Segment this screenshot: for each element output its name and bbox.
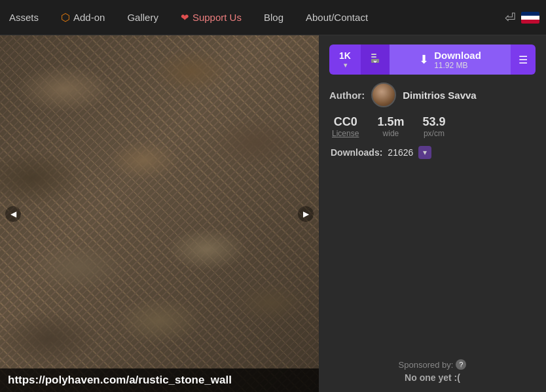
nav-assets-label: Assets — [9, 12, 39, 23]
download-main-button[interactable]: ⬇ Download 11.92 MB — [390, 45, 511, 75]
stat-width-value: 1.5m — [377, 115, 404, 129]
stat-density-value: 53.9 — [422, 115, 445, 129]
downloads-count: 21626 — [388, 147, 413, 158]
url-bar: https://polyhaven.com/a/rustic_stone_wal… — [0, 368, 319, 392]
author-avatar — [371, 82, 396, 107]
author-name: Dimitrios Savva — [403, 90, 477, 101]
nav-addon-label: Add-on — [73, 12, 105, 23]
sponsored-section: Sponsored by: ? No one yet :( — [329, 359, 536, 383]
downloads-chart-button[interactable]: ▾ — [418, 146, 431, 159]
download-arrow-icon: ⬇ — [419, 52, 429, 67]
no-sponsor-text: No one yet :( — [405, 372, 460, 383]
main-content: ◀ ▶ https://polyhaven.com/a/rustic_stone… — [0, 35, 546, 392]
url-text: https://polyhaven.com/a/rustic_stone_wal… — [8, 374, 232, 387]
stat-width-label: wide — [383, 129, 399, 138]
sponsored-by-label: Sponsored by: ? — [399, 359, 467, 370]
login-icon[interactable]: ⏎ — [505, 10, 516, 26]
nav-addon[interactable]: ⬡ Add-on — [52, 7, 114, 27]
nav-assets[interactable]: Assets — [0, 8, 48, 27]
zip-icon — [369, 52, 382, 68]
navigation: Assets ⬡ Add-on Gallery ❤ Support Us Blo… — [0, 0, 546, 35]
download-menu-button[interactable]: ☰ — [511, 45, 536, 75]
language-flag[interactable] — [521, 12, 539, 24]
svg-rect-0 — [371, 54, 376, 55]
stone-texture-image — [0, 35, 319, 392]
download-text-group: Download 11.92 MB — [434, 50, 481, 70]
sponsored-by-text: Sponsored by: — [399, 360, 454, 370]
downloads-label: Downloads: — [331, 147, 382, 158]
nav-blog[interactable]: Blog — [255, 8, 293, 27]
nav-about[interactable]: About/Contact — [297, 8, 377, 27]
author-label: Author: — [329, 90, 365, 101]
nav-support[interactable]: ❤ Support Us — [172, 8, 251, 27]
stat-width: 1.5m wide — [377, 115, 404, 138]
chevron-down-icon: ▾ — [344, 62, 347, 69]
heart-icon: ❤ — [181, 12, 189, 24]
resolution-label: 1K — [339, 50, 351, 61]
stat-license-label[interactable]: License — [332, 129, 359, 138]
next-image-button[interactable]: ▶ — [298, 206, 314, 222]
stat-density-label: px/cm — [424, 129, 445, 138]
zip-button[interactable] — [361, 45, 390, 75]
stat-license-value: CC0 — [334, 115, 357, 129]
nav-blog-label: Blog — [264, 12, 283, 23]
nav-gallery-label: Gallery — [127, 12, 158, 23]
nav-gallery[interactable]: Gallery — [118, 8, 168, 27]
blender-icon: ⬡ — [61, 11, 70, 24]
author-row: Author: Dimitrios Savva — [329, 82, 536, 107]
download-label: Download — [434, 50, 481, 61]
hamburger-icon: ☰ — [519, 54, 528, 66]
resolution-button[interactable]: 1K ▾ — [329, 45, 361, 75]
prev-image-button[interactable]: ◀ — [5, 206, 21, 222]
downloads-row: Downloads: 21626 ▾ — [329, 146, 536, 159]
texture-preview-panel: ◀ ▶ https://polyhaven.com/a/rustic_stone… — [0, 35, 319, 392]
nav-support-label: Support Us — [192, 12, 242, 23]
info-panel: 1K ▾ ⬇ Download 11.92 MB — [319, 35, 546, 392]
stats-row: CC0 License 1.5m wide 53.9 px/cm — [329, 115, 536, 138]
download-bar: 1K ▾ ⬇ Download 11.92 MB — [329, 45, 536, 75]
nav-about-label: About/Contact — [306, 12, 368, 23]
stat-license: CC0 License — [332, 115, 359, 138]
svg-rect-1 — [371, 56, 376, 58]
info-icon[interactable]: ? — [456, 359, 466, 370]
stat-density: 53.9 px/cm — [422, 115, 445, 138]
download-size: 11.92 MB — [434, 61, 467, 70]
nav-right-controls: ⏎ — [505, 10, 539, 26]
